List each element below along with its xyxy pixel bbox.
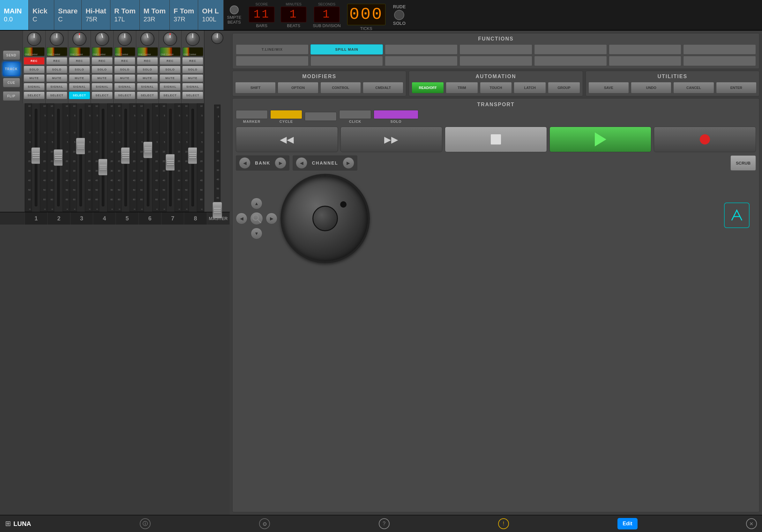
func-btn-11[interactable] (460, 56, 532, 66)
ch1-solo-button[interactable]: SOLO (24, 66, 45, 73)
nav-right-button[interactable]: ▶ (266, 213, 277, 224)
ch3-rec-button[interactable]: REC (69, 57, 90, 65)
jog-wheel[interactable] (280, 174, 370, 263)
blank-bar[interactable] (305, 112, 337, 121)
master-fader-handle[interactable] (212, 202, 222, 219)
ch3-solo-button[interactable]: SOLO (69, 66, 90, 73)
ch3-signal-button[interactable]: SIGNAL (69, 83, 90, 91)
func-btn-4[interactable] (460, 44, 532, 54)
group-button[interactable]: GROUP (548, 82, 580, 94)
ch5-signal-button[interactable]: SIGNAL (114, 83, 135, 91)
ch3-knob[interactable] (72, 32, 87, 46)
ch1-rec-button[interactable]: REC (24, 57, 45, 65)
record-button[interactable] (654, 127, 756, 152)
ch6-solo-button[interactable]: SOLO (137, 66, 158, 73)
ch6-rec-button[interactable]: REC (137, 57, 158, 65)
camera-button[interactable]: ⊙ (259, 518, 270, 529)
fader-handle-2[interactable] (54, 149, 63, 166)
bank-left-button[interactable]: ◀ (239, 157, 251, 169)
ch5-knob[interactable] (118, 32, 132, 46)
fader-handle-5[interactable] (121, 147, 130, 164)
help-button[interactable]: ? (379, 518, 390, 529)
ch1-mute-button[interactable]: MUTE (24, 74, 45, 82)
stop-button[interactable] (445, 127, 547, 152)
func-btn-3[interactable] (385, 44, 458, 54)
ch6-knob[interactable] (140, 32, 154, 46)
ch7-mute-button[interactable]: MUTE (160, 74, 181, 82)
rewind-button[interactable]: ◀◀ (236, 127, 338, 152)
marker-bar[interactable] (236, 110, 268, 119)
fader-handle-1[interactable] (31, 147, 41, 164)
ch7-signal-button[interactable]: SIGNAL (160, 83, 181, 91)
ch8-knob[interactable] (186, 32, 200, 46)
ch3-mute-button[interactable]: MUTE (69, 74, 90, 82)
fader-handle-7[interactable] (166, 154, 175, 170)
ch8-select-button[interactable]: SELECT (182, 92, 203, 99)
ch3-select-button[interactable]: SELECT (69, 92, 90, 99)
cue-button[interactable]: CUE (3, 78, 20, 87)
fader-handle-4[interactable] (98, 159, 108, 175)
info-button[interactable]: ⓘ (140, 518, 151, 529)
edit-button[interactable]: Edit (617, 518, 637, 529)
play-button[interactable] (550, 127, 651, 152)
ch2-rec-button[interactable]: REC (46, 57, 67, 65)
ch2-knob[interactable] (50, 32, 64, 46)
ch5-solo-button[interactable]: SOLO (114, 66, 135, 73)
ch2-signal-button[interactable]: SIGNAL (46, 83, 67, 91)
nav-down-button[interactable]: ▼ (251, 228, 262, 239)
ch5-mute-button[interactable]: MUTE (114, 74, 135, 82)
channel-left-button[interactable]: ◀ (296, 157, 307, 169)
ch8-mute-button[interactable]: MUTE (182, 74, 203, 82)
ch1-knob[interactable] (27, 32, 41, 46)
ch4-rec-button[interactable]: REC (92, 57, 113, 65)
func-btn-7[interactable] (683, 44, 756, 54)
undo-button[interactable]: UNDO (631, 82, 671, 94)
touch-button[interactable]: TOUCH (480, 82, 512, 94)
ch8-solo-button[interactable]: SOLO (182, 66, 203, 73)
nav-left-button[interactable]: ◀ (236, 213, 247, 224)
flip-button[interactable]: FLIP (3, 91, 20, 101)
ch4-solo-button[interactable]: SOLO (92, 66, 113, 73)
func-btn-14[interactable] (683, 56, 756, 66)
ch8-rec-button[interactable]: REC (182, 57, 203, 65)
ch6-signal-button[interactable]: SIGNAL (137, 83, 158, 91)
ch2-select-button[interactable]: SELECT (46, 92, 67, 99)
master-knob[interactable] (211, 32, 223, 44)
cycle-bar[interactable] (270, 110, 302, 119)
func-btn-5[interactable] (534, 44, 607, 54)
ch1-signal-button[interactable]: SIGNAL (24, 83, 45, 91)
shift-button[interactable]: SHIFT (235, 82, 276, 94)
func-btn-8[interactable] (236, 56, 309, 66)
ch1-select-button[interactable]: SELECT (24, 92, 45, 99)
luna-logo-button[interactable] (724, 203, 750, 228)
ch5-rec-button[interactable]: REC (114, 57, 135, 65)
tline-mix-button[interactable]: T.LINE/MIX (236, 44, 309, 54)
send-button[interactable]: SEND (3, 50, 20, 60)
control-button[interactable]: CONTROL (320, 82, 361, 94)
close-button[interactable]: ✕ (746, 518, 757, 529)
ch5-select-button[interactable]: SELECT (114, 92, 135, 99)
latch-button[interactable]: LATCH (514, 82, 546, 94)
channel-right-button[interactable]: ▶ (343, 157, 354, 169)
func-btn-12[interactable] (534, 56, 607, 66)
scrub-button[interactable]: SCRUB (730, 155, 756, 170)
ch2-solo-button[interactable]: SOLO (46, 66, 67, 73)
bank-right-button[interactable]: ▶ (275, 157, 286, 169)
track-button[interactable]: TRACK (3, 62, 20, 76)
click-bar[interactable] (339, 110, 371, 119)
option-button[interactable]: OPTION (277, 82, 318, 94)
nav-up-button[interactable]: ▲ (251, 198, 262, 209)
trim-button[interactable]: TRIM (446, 82, 478, 94)
ch4-select-button[interactable]: SELECT (92, 92, 113, 99)
rude-light[interactable] (394, 10, 404, 20)
func-btn-10[interactable] (385, 56, 458, 66)
ch6-select-button[interactable]: SELECT (137, 92, 158, 99)
enter-button[interactable]: ENTER (716, 82, 757, 94)
cmdalt-button[interactable]: CMD/ALT (363, 82, 403, 94)
save-button[interactable]: SAVE (588, 82, 629, 94)
ch7-select-button[interactable]: SELECT (160, 92, 181, 99)
fast-forward-button[interactable]: ▶▶ (341, 127, 443, 152)
fader-handle-8[interactable] (188, 147, 197, 164)
ch6-mute-button[interactable]: MUTE (137, 74, 158, 82)
cancel-button[interactable]: CANCEL (673, 82, 714, 94)
